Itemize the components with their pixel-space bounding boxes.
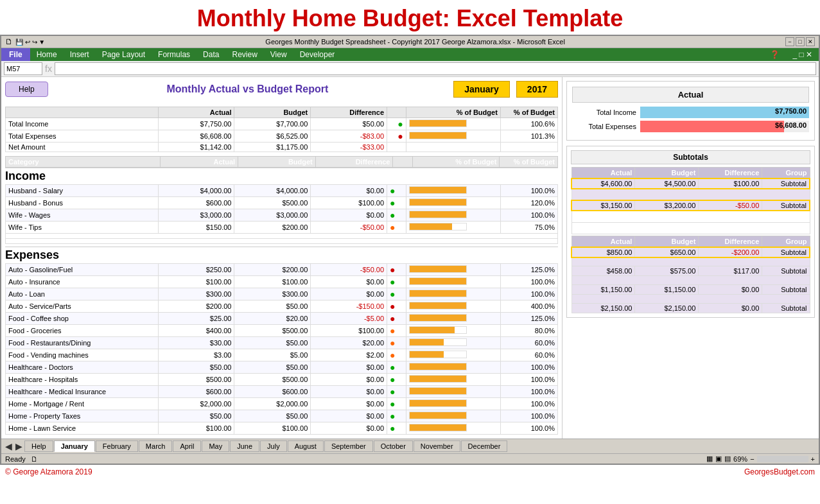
status-view-page[interactable]: ▤	[724, 455, 731, 463]
sub-exp-row-2: $458.00 $575.00 $117.00 Subtotal	[571, 266, 810, 276]
summary-net-actual: $1,142.00	[158, 143, 234, 152]
tab-july[interactable]: July	[260, 440, 287, 452]
exp-auto-ins-budget: $100.00	[234, 276, 311, 288]
tab-august[interactable]: August	[288, 440, 324, 452]
exp-health-medins-bar	[406, 386, 500, 398]
tab-nav-prev[interactable]: ◀	[4, 441, 13, 451]
help-button[interactable]: Help	[5, 82, 48, 97]
menu-developer[interactable]: Developer	[293, 48, 342, 61]
exp-row-food-vend: Food - Vending machines $3.00 $5.00 $2.0…	[6, 349, 558, 361]
exp-food-coffee-budget: $20.00	[234, 313, 311, 325]
exp-food-rest-actual: $30.00	[158, 337, 234, 349]
exp-auto-gas-diff: -$50.00	[311, 264, 387, 276]
summary-income-label: Total Income	[6, 118, 159, 130]
actual-panel: Actual Total Income $7,750.00 Total Expe…	[566, 81, 815, 141]
menu-page-layout[interactable]: Page Layout	[96, 48, 152, 61]
sub-exp-spacer3	[571, 295, 810, 304]
exp-food-vend-dot: ●	[387, 349, 406, 361]
sub-inc-actual-hdr: Actual	[571, 168, 635, 179]
tab-april[interactable]: April	[173, 440, 201, 452]
income-husband-bonus-dot: ●	[387, 197, 406, 209]
close-button[interactable]: ✕	[806, 37, 815, 46]
income-spacer-1	[6, 234, 558, 239]
exp-auto-gas-actual: $250.00	[158, 264, 234, 276]
exp-home-lawn-diff: $0.00	[311, 422, 387, 435]
minimize-button[interactable]: −	[785, 37, 794, 46]
sub-exp-1-budget: $650.00	[635, 247, 699, 257]
income-wife-tips-actual: $150.00	[158, 222, 234, 234]
tab-january[interactable]: January	[54, 440, 95, 452]
tab-november[interactable]: November	[414, 440, 460, 452]
exp-row-auto-ins: Auto - Insurance $100.00 $100.00 $0.00 ●…	[6, 276, 558, 288]
maximize-button[interactable]: □	[796, 37, 805, 46]
spreadsheet-body: Help Monthly Actual vs Budget Report Jan…	[1, 77, 819, 439]
status-view-layout[interactable]: ▣	[715, 455, 722, 463]
status-zoom-minus[interactable]: −	[750, 455, 754, 463]
exp-auto-loan-pct: 100.0%	[500, 288, 557, 300]
exp-health-hosp-budget: $500.00	[234, 374, 311, 386]
sub-exp-row-1: $850.00 $650.00 -$200.00 Subtotal	[571, 247, 810, 257]
exp-auto-svc-budget: $50.00	[234, 300, 311, 313]
expenses-section-header: Expenses	[5, 247, 558, 263]
excel-icon: 🗋	[5, 37, 13, 46]
summary-row-expenses: Total Expenses $6,608.00 $6,525.00 -$83.…	[6, 130, 558, 143]
tab-bar: ◀ ▶ Help January February March April Ma…	[1, 439, 819, 453]
income-wife-wages-diff: $0.00	[311, 209, 387, 222]
report-header: Monthly Actual vs Budget Report January …	[48, 81, 558, 98]
status-zoom-slider[interactable]	[757, 456, 808, 462]
menu-insert[interactable]: Insert	[64, 48, 96, 61]
exp-food-vend-label: Food - Vending machines	[6, 349, 159, 361]
income-wife-tips-label: Wife - Tips	[6, 222, 159, 234]
status-ready: Ready	[5, 455, 26, 463]
exp-auto-loan-dot: ●	[387, 288, 406, 300]
exp-health-hosp-diff: $0.00	[311, 374, 387, 386]
main-area: Help Monthly Actual vs Budget Report Jan…	[1, 77, 562, 439]
status-zoom-plus[interactable]: +	[811, 455, 815, 463]
exp-food-rest-budget: $50.00	[234, 337, 311, 349]
income-husband-bonus-budget: $500.00	[234, 197, 311, 209]
exp-auto-ins-diff: $0.00	[311, 276, 387, 288]
income-wife-wages-label: Wife - Wages	[6, 209, 159, 222]
summary-income-bar	[406, 118, 500, 130]
menu-help-icon[interactable]: ❓	[763, 48, 786, 61]
exp-home-lawn-actual: $100.00	[158, 422, 234, 435]
exp-food-groc-budget: $500.00	[234, 325, 311, 337]
menu-view[interactable]: View	[264, 48, 293, 61]
income-row-husband-salary: Husband - Salary $4,000.00 $4,000.00 $0.…	[6, 185, 558, 197]
tab-september[interactable]: September	[324, 440, 373, 452]
exp-food-vend-bar	[406, 349, 500, 361]
exp-home-mort-diff: $0.00	[311, 398, 387, 410]
menu-review[interactable]: Review	[225, 48, 263, 61]
exp-food-rest-diff: $20.00	[311, 337, 387, 349]
tab-may[interactable]: May	[202, 440, 229, 452]
expenses-table: Auto - Gasoline/Fuel $250.00 $200.00 -$5…	[5, 263, 558, 435]
income-husband-salary-actual: $4,000.00	[158, 185, 234, 197]
status-right: ▦ ▣ ▤ 69% − +	[706, 455, 815, 463]
name-box[interactable]	[4, 62, 42, 75]
status-view-normal[interactable]: ▦	[706, 455, 713, 463]
title-bar-buttons[interactable]: − □ ✕	[785, 37, 815, 46]
menu-data[interactable]: Data	[196, 48, 225, 61]
tab-october[interactable]: October	[374, 440, 413, 452]
menu-window-controls[interactable]: _ □ ✕	[786, 48, 819, 61]
exp-auto-svc-pct: 400.0%	[500, 300, 557, 313]
tab-march[interactable]: March	[139, 440, 173, 452]
tab-help[interactable]: Help	[24, 440, 53, 452]
subtotals-income-table: Actual Budget Difference Group $4,600.00…	[571, 167, 810, 234]
col-diff-header: Difference	[311, 107, 387, 118]
formula-input[interactable]	[55, 62, 816, 75]
exp-row-food-rest: Food - Restaurants/Dining $30.00 $50.00 …	[6, 337, 558, 349]
tab-nav-next[interactable]: ▶	[14, 441, 24, 451]
tab-december[interactable]: December	[461, 440, 508, 452]
exp-home-prop-label: Home - Property Taxes	[6, 410, 159, 422]
menu-bar: File Home Insert Page Layout Formulas Da…	[1, 48, 819, 61]
exp-health-medins-label: Healthcare - Medical Insurance	[6, 386, 159, 398]
menu-file[interactable]: File	[1, 48, 30, 61]
exp-food-vend-budget: $5.00	[234, 349, 311, 361]
exp-food-groc-pct: 80.0%	[500, 325, 557, 337]
menu-home[interactable]: Home	[30, 48, 64, 61]
tab-june[interactable]: June	[230, 440, 259, 452]
menu-formulas[interactable]: Formulas	[152, 48, 196, 61]
exp-health-hosp-label: Healthcare - Hospitals	[6, 374, 159, 386]
tab-february[interactable]: February	[96, 440, 138, 452]
